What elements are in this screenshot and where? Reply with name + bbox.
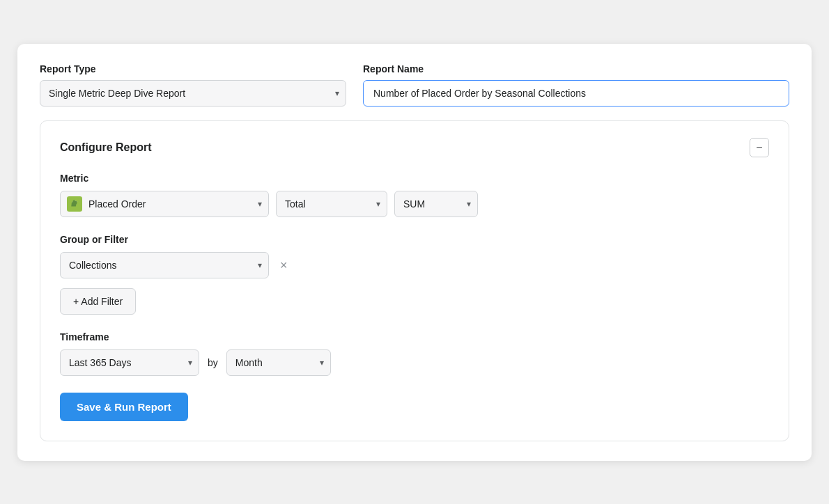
report-name-input[interactable]: [363, 80, 789, 107]
timeframe-select-wrapper: Last 7 Days Last 30 Days Last 90 Days La…: [60, 349, 199, 376]
configure-panel: Configure Report − Metric: [40, 120, 789, 441]
report-name-group: Report Name: [363, 63, 789, 107]
by-label: by: [208, 357, 218, 368]
save-run-button[interactable]: Save & Run Report: [60, 393, 188, 421]
report-type-group: Report Type Single Metric Deep Dive Repo…: [40, 63, 346, 107]
add-filter-label: + Add Filter: [73, 296, 123, 307]
by-select[interactable]: Day Week Month Quarter Year: [226, 349, 331, 376]
metric-agg-select[interactable]: Total Average Count: [276, 191, 387, 217]
report-type-select[interactable]: Single Metric Deep Dive Report Multi Met…: [40, 80, 346, 107]
metric-label: Metric: [60, 173, 769, 184]
group-filter-select[interactable]: Collections Product Customer Tag Channel…: [60, 252, 269, 278]
report-type-label: Report Type: [40, 63, 346, 74]
metric-row: Placed Order Revenue Customers ▾ Total A…: [60, 191, 769, 217]
metric-agg-select-wrapper: Total Average Count ▾: [276, 191, 387, 217]
report-type-select-wrapper: Single Metric Deep Dive Report Multi Met…: [40, 80, 346, 107]
main-card: Report Type Single Metric Deep Dive Repo…: [17, 44, 812, 461]
metric-main-select-wrapper: Placed Order Revenue Customers ▾: [60, 191, 269, 217]
collapse-icon: −: [756, 142, 762, 153]
save-run-label: Save & Run Report: [77, 401, 171, 413]
collapse-button[interactable]: −: [750, 138, 769, 157]
metric-func-select-wrapper: SUM AVG COUNT MIN MAX ▾: [394, 191, 478, 217]
report-name-label: Report Name: [363, 63, 789, 74]
remove-filter-button[interactable]: ×: [276, 256, 292, 274]
timeframe-label: Timeframe: [60, 331, 769, 342]
group-filter-label: Group or Filter: [60, 234, 769, 245]
close-icon: ×: [280, 259, 288, 271]
group-filter-select-wrapper: Collections Product Customer Tag Channel…: [60, 252, 269, 278]
timeframe-section: Timeframe Last 7 Days Last 30 Days Last …: [60, 331, 769, 376]
configure-title: Configure Report: [60, 141, 152, 154]
top-row: Report Type Single Metric Deep Dive Repo…: [40, 63, 789, 107]
configure-header: Configure Report −: [60, 138, 769, 157]
group-filter-section: Group or Filter Collections Product Cust…: [60, 234, 769, 331]
metric-main-select[interactable]: Placed Order Revenue Customers: [60, 191, 269, 217]
timeframe-row: Last 7 Days Last 30 Days Last 90 Days La…: [60, 349, 769, 376]
add-filter-button[interactable]: + Add Filter: [60, 288, 136, 315]
timeframe-select[interactable]: Last 7 Days Last 30 Days Last 90 Days La…: [60, 349, 199, 376]
group-filter-row: Collections Product Customer Tag Channel…: [60, 252, 769, 278]
by-select-wrapper: Day Week Month Quarter Year ▾: [226, 349, 331, 376]
metric-section: Metric Placed Order Revenue Custome: [60, 173, 769, 217]
metric-func-select[interactable]: SUM AVG COUNT MIN MAX: [394, 191, 478, 217]
